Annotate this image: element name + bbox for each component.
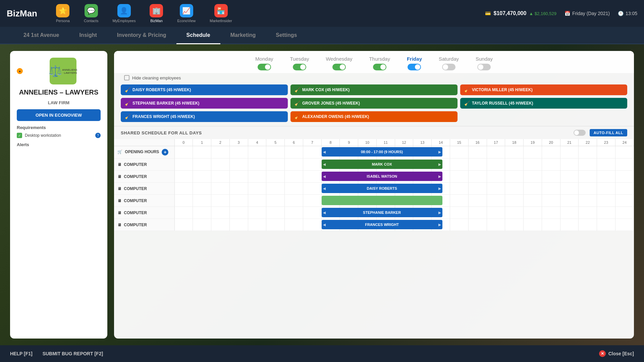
schedule-cell[interactable] (542, 146, 560, 159)
schedule-cell[interactable] (321, 195, 340, 207)
schedule-cell[interactable] (468, 159, 487, 171)
schedule-cell[interactable] (303, 195, 321, 207)
schedule-cell[interactable] (615, 183, 634, 195)
schedule-cell[interactable] (542, 171, 560, 183)
schedule-cell[interactable] (211, 183, 230, 195)
schedule-cell[interactable] (211, 146, 230, 159)
nav-item-contacts[interactable]: 💬 Contacts (78, 2, 104, 25)
schedule-cell[interactable] (303, 183, 321, 195)
auto-fill-button[interactable]: AUTO-FILL ALL (590, 129, 627, 136)
schedule-cell[interactable] (524, 195, 542, 207)
schedule-cell[interactable] (266, 171, 285, 183)
schedule-cell[interactable] (229, 159, 248, 171)
day-toggle-thursday[interactable] (373, 64, 386, 70)
schedule-cell[interactable] (450, 219, 468, 231)
day-toggle-wednesday[interactable] (332, 64, 346, 70)
schedule-cell[interactable] (285, 159, 303, 171)
schedule-cell[interactable] (193, 146, 211, 159)
schedule-cell[interactable] (615, 171, 634, 183)
schedule-cell[interactable] (303, 159, 321, 171)
nav-item-econoview[interactable]: 📈 EconoView (172, 2, 201, 25)
schedule-cell[interactable] (560, 219, 579, 231)
schedule-cell[interactable] (505, 171, 524, 183)
schedule-cell[interactable] (597, 171, 615, 183)
schedule-cell[interactable]: 08:00 - 17:00 (9 HOURS)◀▶ (321, 146, 340, 159)
schedule-cell[interactable]: MARK COX◀▶ (321, 159, 340, 171)
schedule-cell[interactable] (560, 146, 579, 159)
schedule-cell[interactable] (579, 207, 597, 219)
emp-victoria-miller[interactable]: 🧹 VICTORIA MILLER (45 H/WEEK) (460, 84, 627, 95)
hide-cleaning-checkbox[interactable] (124, 75, 129, 80)
schedule-cell[interactable] (560, 171, 579, 183)
sec-nav-inventory[interactable]: Inventory & Pricing (107, 27, 176, 44)
schedule-cell[interactable] (193, 171, 211, 183)
schedule-cell[interactable] (211, 195, 230, 207)
schedule-cell[interactable] (174, 171, 193, 183)
schedule-cell[interactable] (211, 171, 230, 183)
sec-nav-schedule[interactable]: Schedule (176, 27, 220, 44)
schedule-cell[interactable] (579, 183, 597, 195)
schedule-cell[interactable] (303, 146, 321, 159)
schedule-cell[interactable] (542, 195, 560, 207)
schedule-cell[interactable] (211, 219, 230, 231)
schedule-cell[interactable] (266, 159, 285, 171)
schedule-cell[interactable] (174, 146, 193, 159)
schedule-cell[interactable] (487, 183, 505, 195)
schedule-cell[interactable] (560, 207, 579, 219)
schedule-cell[interactable] (248, 219, 266, 231)
schedule-cell[interactable] (174, 219, 193, 231)
schedule-cell[interactable] (524, 159, 542, 171)
schedule-cell[interactable] (505, 183, 524, 195)
schedule-cell[interactable] (579, 195, 597, 207)
schedule-cell[interactable] (229, 171, 248, 183)
schedule-cell[interactable] (248, 207, 266, 219)
sec-nav-marketing[interactable]: Marketing (220, 27, 266, 44)
event-right-handle[interactable]: ▶ (438, 211, 441, 215)
schedule-cell[interactable] (266, 183, 285, 195)
schedule-cell[interactable] (487, 146, 505, 159)
schedule-cell[interactable] (450, 159, 468, 171)
schedule-cell[interactable] (579, 219, 597, 231)
schedule-cell[interactable] (524, 146, 542, 159)
schedule-cell[interactable] (229, 207, 248, 219)
schedule-cell[interactable] (229, 219, 248, 231)
sec-nav-settings[interactable]: Settings (266, 27, 307, 44)
schedule-cell[interactable] (174, 207, 193, 219)
schedule-cell[interactable]: ISABEL WATSON◀▶ (321, 171, 340, 183)
schedule-cell[interactable] (560, 195, 579, 207)
schedule-cell[interactable] (597, 207, 615, 219)
schedule-cell[interactable] (579, 171, 597, 183)
nav-item-myemployees[interactable]: 👤 MyEmployees (107, 2, 141, 25)
close-button[interactable]: ✕ Close [Esc] (599, 350, 634, 357)
emp-frances-wright[interactable]: 🧹 FRANCES WRIGHT (45 H/WEEK) (121, 111, 288, 122)
emp-mark-cox[interactable]: 🧹 MARK COX (45 H/WEEK) (290, 84, 458, 95)
open-econoview-button[interactable]: OPEN IN ECONOVIEW (17, 109, 101, 121)
schedule-cell[interactable] (468, 207, 487, 219)
schedule-cell[interactable] (211, 207, 230, 219)
day-toggle-monday[interactable] (258, 64, 271, 70)
schedule-cell[interactable] (285, 183, 303, 195)
schedule-cell[interactable] (615, 219, 634, 231)
schedule-cell[interactable] (303, 171, 321, 183)
bug-report-button[interactable]: SUBMIT BUG REPORT [F2] (43, 351, 103, 356)
schedule-cell[interactable] (468, 183, 487, 195)
schedule-cell[interactable] (285, 219, 303, 231)
nav-item-marketinsider[interactable]: 🏪 MarketInsider (204, 2, 237, 25)
sec-nav-insight[interactable]: Insight (69, 27, 107, 44)
schedule-cell[interactable] (505, 195, 524, 207)
schedule-cell[interactable] (285, 195, 303, 207)
add-hours-button[interactable]: + (162, 149, 168, 156)
schedule-cell[interactable] (505, 146, 524, 159)
schedule-cell[interactable] (285, 146, 303, 159)
schedule-cell[interactable] (487, 171, 505, 183)
schedule-cell[interactable] (579, 146, 597, 159)
schedule-cell[interactable] (487, 195, 505, 207)
schedule-cell[interactable] (597, 159, 615, 171)
schedule-cell[interactable] (303, 207, 321, 219)
schedule-cell[interactable] (468, 219, 487, 231)
schedule-cell[interactable] (229, 183, 248, 195)
schedule-cell[interactable]: FRANCES WRIGHT◀▶ (321, 219, 340, 231)
emp-stephanie-barker[interactable]: 🧹 STEPHANIE BARKER (45 H/WEEK) (121, 98, 288, 109)
schedule-cell[interactable] (248, 171, 266, 183)
help-button[interactable]: HELP [F1] (10, 351, 33, 356)
